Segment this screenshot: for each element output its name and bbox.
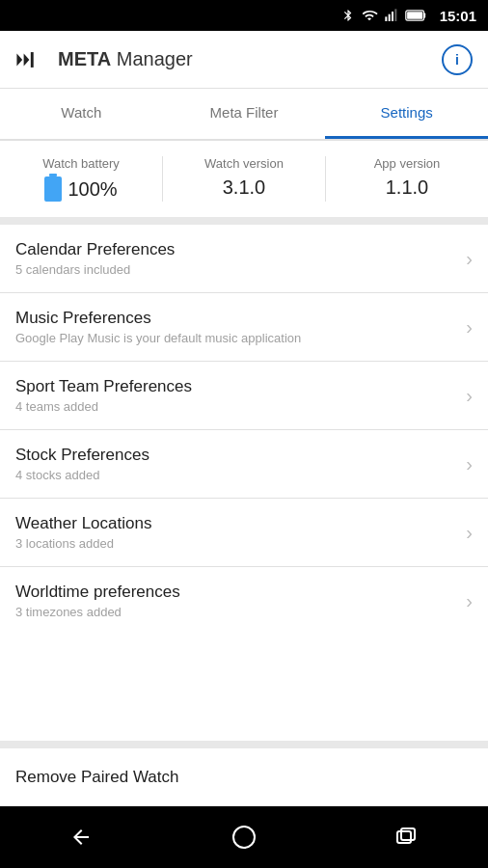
menu-item-calendar[interactable]: Calendar Preferences 5 calendars include… bbox=[0, 225, 488, 293]
chevron-right-icon: › bbox=[466, 590, 473, 612]
bluetooth-icon bbox=[341, 8, 355, 23]
menu-item-calendar-subtitle: 5 calendars included bbox=[15, 262, 458, 277]
status-bar-icons: 15:01 bbox=[341, 8, 476, 24]
svg-point-8 bbox=[233, 827, 255, 848]
stat-watch-version-value: 3.1.0 bbox=[223, 176, 265, 199]
menu-item-weather-subtitle: 3 locations added bbox=[15, 536, 458, 551]
menu-item-music-title: Music Preferences bbox=[15, 309, 458, 328]
remove-watch-button[interactable]: Remove Paired Watch bbox=[0, 748, 488, 806]
menu-item-music-subtitle: Google Play Music is your default music … bbox=[15, 331, 458, 345]
stat-watch-version-label: Watch version bbox=[204, 156, 284, 171]
recent-icon bbox=[396, 827, 418, 847]
chevron-right-icon: › bbox=[466, 316, 473, 339]
info-button[interactable]: i bbox=[442, 44, 473, 75]
nav-bar bbox=[0, 806, 488, 868]
svg-rect-9 bbox=[397, 831, 411, 843]
menu-item-sport-subtitle: 4 teams added bbox=[15, 399, 458, 414]
chevron-right-icon: › bbox=[466, 453, 473, 475]
tab-watch[interactable]: Watch bbox=[0, 89, 163, 139]
app-logo: META Manager bbox=[15, 46, 193, 73]
menu-item-stock-title: Stock Preferences bbox=[15, 446, 458, 465]
status-bar: 15:01 bbox=[0, 0, 488, 31]
status-time: 15:01 bbox=[440, 8, 476, 24]
svg-rect-0 bbox=[385, 16, 387, 21]
stat-app-version: App version 1.1.0 bbox=[326, 156, 488, 202]
app-logo-icon bbox=[15, 46, 50, 73]
app-header: META Manager i bbox=[0, 31, 488, 89]
tab-settings[interactable]: Settings bbox=[325, 89, 488, 139]
svg-rect-10 bbox=[401, 828, 415, 840]
tab-meta-filter[interactable]: Meta Filter bbox=[163, 89, 326, 139]
stat-app-version-value: 1.1.0 bbox=[386, 176, 428, 199]
svg-rect-5 bbox=[423, 13, 425, 17]
stat-battery-value: 100% bbox=[68, 178, 117, 201]
menu-item-stock-subtitle: 4 stocks added bbox=[15, 468, 458, 482]
menu-item-worldtime-subtitle: 3 timezones added bbox=[15, 605, 458, 619]
chevron-right-icon: › bbox=[466, 522, 473, 544]
menu-item-music[interactable]: Music Preferences Google Play Music is y… bbox=[0, 293, 488, 362]
stat-watch-version: Watch version 3.1.0 bbox=[163, 156, 326, 202]
signal-icon bbox=[384, 8, 399, 23]
menu-item-worldtime-title: Worldtime preferences bbox=[15, 583, 458, 602]
menu-item-sport[interactable]: Sport Team Preferences 4 teams added › bbox=[0, 362, 488, 430]
svg-rect-1 bbox=[388, 14, 390, 21]
menu-item-worldtime[interactable]: Worldtime preferences 3 timezones added … bbox=[0, 567, 488, 635]
svg-rect-2 bbox=[392, 12, 393, 21]
menu-item-weather-title: Weather Locations bbox=[15, 514, 458, 533]
stat-app-version-label: App version bbox=[374, 156, 441, 171]
nav-back-button[interactable] bbox=[57, 813, 105, 861]
menu-item-calendar-title: Calendar Preferences bbox=[15, 240, 458, 259]
menu-item-stock[interactable]: Stock Preferences 4 stocks added › bbox=[0, 430, 488, 499]
home-icon bbox=[231, 825, 257, 850]
back-icon bbox=[69, 826, 93, 849]
remove-watch-section: Remove Paired Watch bbox=[0, 741, 488, 806]
svg-rect-7 bbox=[31, 52, 34, 68]
svg-rect-3 bbox=[394, 9, 396, 21]
menu-list: Calendar Preferences 5 calendars include… bbox=[0, 225, 488, 741]
remove-watch-label: Remove Paired Watch bbox=[15, 768, 178, 787]
stat-battery: Watch battery 100% bbox=[0, 156, 163, 202]
wifi-icon bbox=[361, 8, 378, 23]
battery-status-icon bbox=[405, 8, 426, 23]
menu-item-sport-title: Sport Team Preferences bbox=[15, 377, 458, 396]
chevron-right-icon: › bbox=[466, 248, 473, 270]
stat-battery-label: Watch battery bbox=[42, 156, 120, 171]
nav-recent-button[interactable] bbox=[383, 813, 431, 861]
menu-item-weather[interactable]: Weather Locations 3 locations added › bbox=[0, 499, 488, 567]
chevron-right-icon: › bbox=[466, 385, 473, 407]
stats-bar: Watch battery 100% Watch version 3.1.0 A… bbox=[0, 141, 488, 225]
nav-home-button[interactable] bbox=[220, 813, 268, 861]
battery-icon bbox=[44, 176, 62, 202]
tab-bar: Watch Meta Filter Settings bbox=[0, 89, 488, 141]
svg-rect-6 bbox=[407, 12, 422, 19]
app-title: META Manager bbox=[58, 48, 193, 70]
